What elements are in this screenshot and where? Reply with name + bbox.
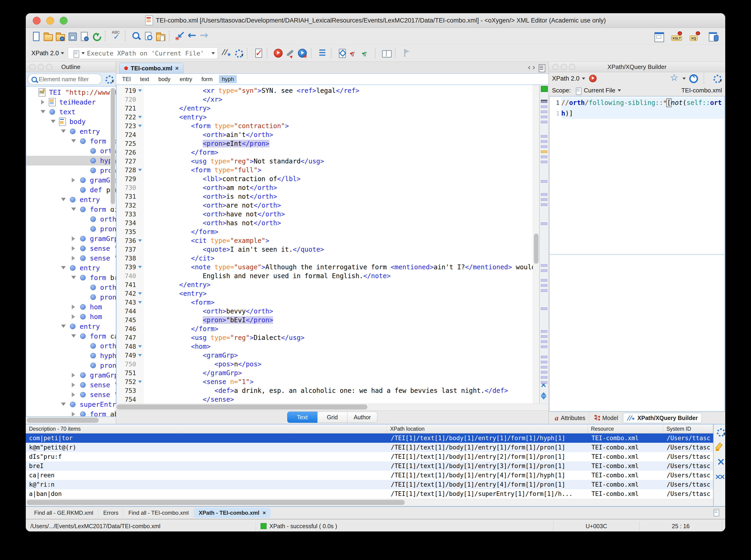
result-row[interactable]: com|peti|tor/TEI[1]/text[1]/body[1]/entr… (26, 434, 713, 443)
outline-node-orth[interactable]: orthd (26, 214, 116, 224)
results-highlight-pen-icon[interactable] (713, 441, 725, 453)
outline-node-teiHeader[interactable]: teiHeader (26, 97, 116, 107)
editor-hscrollbar[interactable] (116, 403, 549, 410)
refactor-icon[interactable] (336, 47, 348, 59)
panel-tab-xpath-xquery-builder[interactable]: //XPath/XQuery Builder (623, 413, 702, 423)
fold-toggle-icon[interactable] (136, 351, 144, 360)
code-line-728[interactable]: 728<form type="full"> (117, 166, 533, 175)
code-line-721[interactable]: 721</entry> (117, 104, 533, 113)
result-marker[interactable] (541, 264, 547, 267)
fold-toggle-icon[interactable] (136, 298, 144, 307)
col-system-id[interactable]: System ID (663, 424, 713, 433)
outline-node-orth[interactable]: orthc (26, 146, 116, 156)
code-line-738[interactable]: 738</cit> (117, 254, 533, 263)
xpath-expression-editor[interactable]: 1//orth/following-sibling::*[not(self::o… (549, 96, 725, 255)
result-marker[interactable] (541, 100, 547, 103)
result-marker[interactable] (541, 135, 547, 138)
outline-node-pron[interactable]: pronk (26, 165, 116, 175)
outline-node-hom[interactable]: hom (26, 312, 116, 322)
outline-node-form[interactable]: formdisp (26, 204, 116, 214)
outline-node-form[interactable]: formcare (26, 331, 116, 341)
outline-node-body[interactable]: body (26, 117, 116, 126)
execute-xpath-combo[interactable]: Execute XPath on 'Current File' (68, 47, 218, 59)
code-line-750[interactable]: 750<pos>n</pos> (117, 360, 533, 369)
wrench-icon[interactable] (284, 47, 296, 59)
search-icon[interactable] (130, 30, 142, 42)
expander-closed-icon[interactable] (69, 314, 78, 319)
expander-open-icon[interactable] (59, 196, 68, 203)
result-marker[interactable] (541, 111, 547, 113)
code-line-749[interactable]: 749<gramGrp> (117, 351, 533, 360)
bottom-tab-find-all-tei-combo-xml[interactable]: Find all - TEI-combo.xml (124, 508, 194, 518)
outline-node-entry[interactable]: entry (26, 126, 116, 136)
minimize-window-button[interactable] (46, 17, 54, 25)
mark-green-icon[interactable] (360, 47, 373, 59)
result-marker[interactable] (541, 366, 547, 368)
result-marker[interactable] (541, 279, 547, 282)
zoom-window-button[interactable] (60, 17, 67, 25)
outline-settings-gear-icon[interactable] (103, 74, 114, 84)
result-marker[interactable] (541, 203, 547, 206)
code-line-740[interactable]: 740English and never used in formal Engl… (117, 272, 533, 280)
result-marker[interactable] (541, 340, 547, 343)
outline-node-pron[interactable]: pronb (26, 292, 116, 302)
spell-check-icon[interactable] (110, 30, 122, 42)
outline-node-gramGrp[interactable]: gramGrpv (26, 370, 116, 380)
code-line-720[interactable]: 720</xr> (117, 95, 533, 104)
outline-node-sense[interactable]: sense"2" (26, 253, 116, 263)
result-marker[interactable] (541, 161, 547, 163)
expander-open-icon[interactable] (69, 137, 78, 145)
result-marker[interactable] (541, 116, 547, 118)
fold-toggle-icon[interactable] (136, 113, 144, 122)
results-clear-x-icon[interactable] (713, 456, 725, 468)
scope-value[interactable]: Current File (584, 87, 615, 94)
col-description[interactable]: Description - 70 items (26, 424, 387, 433)
code-line-744[interactable]: 744<orth>bevvy</orth> (117, 307, 533, 316)
expander-closed-icon[interactable] (69, 236, 78, 241)
result-marker[interactable] (541, 376, 547, 379)
panel-tab-model[interactable]: Model (590, 413, 622, 423)
outline-vscrollbar[interactable] (110, 87, 115, 208)
close-tab-icon[interactable]: × (175, 65, 179, 72)
code-line-725[interactable]: 725<pron>eInt</pron> (117, 139, 533, 148)
breadcrumb-item-body[interactable]: body (158, 76, 171, 82)
code-line-726[interactable]: 726</form> (117, 148, 533, 157)
expander-open-icon[interactable] (69, 274, 78, 281)
execute-xpath-play-icon[interactable] (588, 74, 597, 83)
expander-open-icon[interactable] (38, 108, 47, 116)
outline-node-form[interactable]: formcomp (26, 136, 116, 146)
breadcrumb-item-text[interactable]: text (140, 76, 149, 82)
result-marker[interactable] (541, 335, 547, 338)
expander-open-icon[interactable] (59, 401, 68, 408)
outline-node-orth[interactable]: orthc (26, 341, 116, 351)
fold-toggle-icon[interactable] (136, 122, 144, 131)
expander-closed-icon[interactable] (69, 373, 78, 378)
xq-debug-icon[interactable] (689, 30, 701, 42)
code-line-731[interactable]: 731<orth>is not</orth> (117, 192, 533, 201)
expander-closed-icon[interactable] (69, 392, 78, 397)
xb-settings-gear-icon[interactable] (711, 73, 722, 84)
result-marker[interactable] (541, 269, 547, 272)
code-line-719[interactable]: 719<xr type="syn">SYN. see <ref>legal</r… (117, 86, 533, 95)
code-line-732[interactable]: 732<orth>are not</orth> (117, 201, 533, 210)
outline-panel-header[interactable]: Outline (26, 62, 116, 72)
result-row[interactable]: ca|reen/TEI[1]/text[1]/body[1]/entry[4]/… (26, 471, 713, 480)
breadcrumb-item-TEI[interactable]: TEI (122, 76, 131, 82)
outline-node-text[interactable]: text (26, 107, 116, 117)
result-marker[interactable] (541, 180, 547, 183)
expander-closed-icon[interactable] (38, 100, 47, 104)
results-hscrollbar[interactable] (26, 499, 713, 506)
bottom-tab-find-all-ge-rkmd-xml[interactable]: Find all - GE.RKMD.xml (29, 508, 98, 518)
result-marker[interactable] (541, 307, 547, 310)
results-clear-all-x-icon[interactable] (713, 471, 725, 483)
col-resource[interactable]: Resource (588, 424, 663, 433)
code-line-751[interactable]: 751</gramGrp> (117, 369, 533, 378)
view-button-author[interactable]: Author (348, 412, 377, 423)
code-line-748[interactable]: 748<hom> (117, 342, 533, 351)
fold-toggle-icon[interactable] (136, 289, 144, 298)
fold-toggle-icon[interactable] (136, 86, 144, 95)
code-line-754[interactable]: 754</sense> (117, 395, 533, 403)
fold-toggle-icon[interactable] (136, 342, 144, 351)
outline-node-gramGrp[interactable]: gramGrpn (26, 175, 116, 185)
run-icon[interactable] (272, 47, 284, 59)
